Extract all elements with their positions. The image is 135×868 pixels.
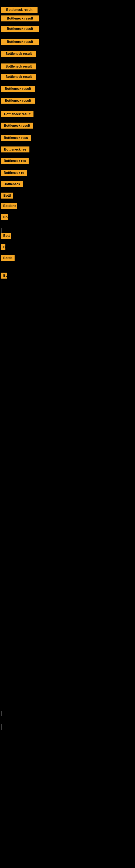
bottleneck-result-button[interactable]: Bottleneck result — [1, 51, 36, 57]
bottleneck-result-button[interactable]: Bottleneck result — [1, 7, 38, 13]
bottleneck-result-button[interactable]: Bottleneck result — [1, 26, 39, 32]
bottleneck-result-button[interactable]: Bottleneck result — [1, 86, 35, 92]
bottleneck-result-button[interactable]: Bottle — [1, 255, 14, 261]
vertical-line — [1, 228, 2, 233]
bottleneck-result-button[interactable]: Bottleneck result — [1, 63, 36, 69]
bottleneck-result-label[interactable]: Bottleneck result — [1, 26, 39, 32]
bottleneck-result-button[interactable]: Bottleneck resu — [1, 135, 31, 141]
bottleneck-result-label[interactable]: Bottleneck result — [1, 63, 36, 69]
bottleneck-result-label[interactable]: Bottleneck result — [1, 98, 35, 104]
vertical-line — [1, 724, 2, 730]
bottleneck-result-label[interactable]: Bottle — [1, 255, 14, 261]
bottleneck-result-button[interactable]: Bottleneck re — [1, 170, 27, 176]
bottleneck-result-label[interactable]: B — [1, 244, 5, 250]
bottleneck-result-label[interactable]: Bc — [1, 273, 7, 279]
bottleneck-result-button[interactable]: Bott — [1, 233, 11, 239]
bottleneck-result-button[interactable]: Bottleneck — [1, 181, 23, 187]
bottleneck-result-label[interactable]: Bottleneck result — [1, 74, 36, 80]
bottleneck-result-button[interactable]: Bottleneck result — [1, 74, 36, 80]
bottleneck-result-button[interactable]: Bottl — [1, 193, 13, 198]
bottleneck-result-label[interactable]: Bottleneck resu — [1, 135, 31, 141]
bottleneck-result-button[interactable]: Bottleneck result — [1, 16, 39, 22]
bottleneck-result-button[interactable]: Bottleneck result — [1, 111, 34, 117]
bottleneck-result-label[interactable]: Bottleneck res — [1, 158, 29, 164]
bottleneck-result-label[interactable]: Bottl — [1, 193, 13, 198]
bottleneck-result-button[interactable]: Bottleneck result — [1, 123, 33, 129]
bottleneck-result-button[interactable]: Bo — [1, 214, 8, 220]
bottleneck-result-button[interactable]: Bc — [1, 273, 7, 279]
bottleneck-result-button[interactable]: B — [1, 244, 5, 250]
bottleneck-result-label[interactable]: Bottleneck result — [1, 123, 33, 129]
bottleneck-result-button[interactable]: Bottleneck result — [1, 98, 35, 104]
bottleneck-result-label[interactable]: Bo — [1, 214, 8, 220]
bottleneck-result-label[interactable]: Bottleneck result — [1, 16, 39, 22]
site-title — [0, 1, 135, 4]
bottleneck-result-label[interactable]: Bottleneck result — [1, 39, 39, 45]
bottleneck-result-label[interactable]: Bottleneck re — [1, 170, 27, 176]
bottleneck-result-button[interactable]: Bottleneck res — [1, 158, 29, 164]
vertical-line — [1, 711, 2, 716]
bottleneck-result-button[interactable]: Bottlene — [1, 203, 17, 209]
bottleneck-result-label[interactable]: Bott — [1, 233, 11, 239]
bottleneck-result-label[interactable]: Bottleneck result — [1, 7, 38, 13]
bottleneck-result-label[interactable]: Bottleneck res — [1, 147, 30, 152]
bottleneck-result-button[interactable]: Bottleneck res — [1, 147, 30, 152]
bottleneck-result-label[interactable]: Bottleneck result — [1, 111, 34, 117]
bottleneck-result-label[interactable]: Bottleneck — [1, 181, 23, 187]
bottleneck-result-label[interactable]: Bottleneck result — [1, 51, 36, 57]
bottleneck-result-label[interactable]: Bottleneck result — [1, 86, 35, 92]
bottleneck-result-label[interactable]: Bottlene — [1, 203, 17, 209]
bottleneck-result-button[interactable]: Bottleneck result — [1, 39, 39, 45]
